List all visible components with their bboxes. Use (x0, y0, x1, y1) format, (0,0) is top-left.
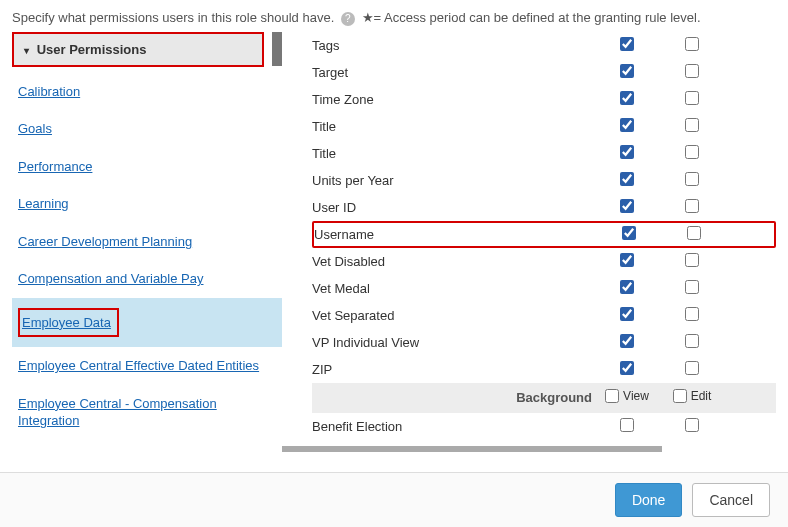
sidebar: ▾ User Permissions Calibration Goals Per… (12, 32, 282, 452)
sidebar-item-goals[interactable]: Goals (12, 110, 282, 148)
edit-all-checkbox[interactable] (673, 389, 687, 403)
cancel-button[interactable]: Cancel (692, 483, 770, 517)
permission-row: Vet Medal (312, 275, 776, 302)
permission-row: Title (312, 113, 776, 140)
edit-checkbox[interactable] (685, 172, 699, 186)
edit-checkbox[interactable] (685, 253, 699, 267)
view-all-toggle[interactable]: View (605, 389, 649, 403)
view-checkbox[interactable] (620, 145, 634, 159)
view-checkbox[interactable] (620, 418, 634, 432)
section-header-title: Background (312, 390, 592, 405)
view-checkbox[interactable] (622, 226, 636, 240)
permission-row: Benefit Election (312, 413, 776, 440)
edit-checkbox[interactable] (685, 37, 699, 51)
permission-row: Title (312, 140, 776, 167)
scrollbar-thumb[interactable] (272, 32, 282, 66)
permission-row: Units per Year (312, 167, 776, 194)
view-all-label: View (623, 389, 649, 403)
view-checkbox[interactable] (620, 172, 634, 186)
edit-checkbox[interactable] (685, 64, 699, 78)
permission-row: User ID (312, 194, 776, 221)
sidebar-item-ec-effective-dated[interactable]: Employee Central Effective Dated Entitie… (12, 347, 282, 385)
permission-row: Vet Disabled (312, 248, 776, 275)
caret-down-icon: ▾ (24, 45, 29, 56)
permission-label: Vet Separated (312, 308, 592, 323)
description-text-after: ★= Access period can be defined at the g… (362, 10, 701, 25)
permission-label: Tags (312, 38, 592, 53)
edit-checkbox[interactable] (685, 307, 699, 321)
permission-label: User ID (312, 200, 592, 215)
edit-all-toggle[interactable]: Edit (673, 389, 712, 403)
permission-label: Target (312, 65, 592, 80)
sidebar-header-label: User Permissions (37, 42, 147, 57)
permission-row: Vet Separated (312, 302, 776, 329)
edit-checkbox[interactable] (687, 226, 701, 240)
help-icon[interactable]: ? (341, 12, 355, 26)
sidebar-item-employee-data[interactable]: Employee Data (12, 298, 282, 348)
permission-row: Time Zone (312, 86, 776, 113)
description-text-before: Specify what permissions users in this r… (12, 10, 334, 25)
permission-label: Units per Year (312, 173, 592, 188)
view-all-checkbox[interactable] (605, 389, 619, 403)
view-checkbox[interactable] (620, 37, 634, 51)
edit-checkbox[interactable] (685, 199, 699, 213)
edit-checkbox[interactable] (685, 334, 699, 348)
sidebar-header[interactable]: ▾ User Permissions (12, 32, 264, 67)
edit-checkbox[interactable] (685, 145, 699, 159)
view-checkbox[interactable] (620, 361, 634, 375)
edit-checkbox[interactable] (685, 280, 699, 294)
view-checkbox[interactable] (620, 307, 634, 321)
permission-label: Time Zone (312, 92, 592, 107)
permission-label: Title (312, 146, 592, 161)
permission-row: Tags (312, 32, 776, 59)
sidebar-nav-list: Calibration Goals Performance Learning C… (12, 67, 282, 440)
view-checkbox[interactable] (620, 280, 634, 294)
page-description: Specify what permissions users in this r… (0, 0, 788, 32)
sidebar-item-learning[interactable]: Learning (12, 185, 282, 223)
permission-label: VP Individual View (312, 335, 592, 350)
view-checkbox[interactable] (620, 253, 634, 267)
view-checkbox[interactable] (620, 118, 634, 132)
dialog-footer: Done Cancel (0, 472, 788, 527)
view-checkbox[interactable] (620, 64, 634, 78)
permission-label: Title (312, 119, 592, 134)
permission-label: Vet Disabled (312, 254, 592, 269)
sidebar-item-career-development[interactable]: Career Development Planning (12, 223, 282, 261)
edit-checkbox[interactable] (685, 418, 699, 432)
permission-row: Username (312, 221, 776, 248)
sidebar-item-ec-comp-integration[interactable]: Employee Central - Compensation Integrat… (12, 385, 282, 440)
permission-label: Vet Medal (312, 281, 592, 296)
edit-checkbox[interactable] (685, 91, 699, 105)
sidebar-item-compensation[interactable]: Compensation and Variable Pay (12, 260, 282, 298)
section-header-row: BackgroundViewEdit (312, 383, 776, 413)
edit-checkbox[interactable] (685, 118, 699, 132)
permission-label: Username (314, 227, 594, 242)
permission-row: VP Individual View (312, 329, 776, 356)
sidebar-item-calibration[interactable]: Calibration (12, 73, 282, 111)
permission-label: Benefit Election (312, 419, 592, 434)
permission-row: ZIP (312, 356, 776, 383)
permission-row: Target (312, 59, 776, 86)
horizontal-scrollbar[interactable] (282, 446, 662, 452)
edit-all-label: Edit (691, 389, 712, 403)
permissions-panel: TagsTargetTime ZoneTitleTitleUnits per Y… (282, 32, 776, 452)
edit-checkbox[interactable] (685, 361, 699, 375)
done-button[interactable]: Done (615, 483, 682, 517)
view-checkbox[interactable] (620, 199, 634, 213)
view-checkbox[interactable] (620, 91, 634, 105)
sidebar-item-performance[interactable]: Performance (12, 148, 282, 186)
view-checkbox[interactable] (620, 334, 634, 348)
permission-label: ZIP (312, 362, 592, 377)
